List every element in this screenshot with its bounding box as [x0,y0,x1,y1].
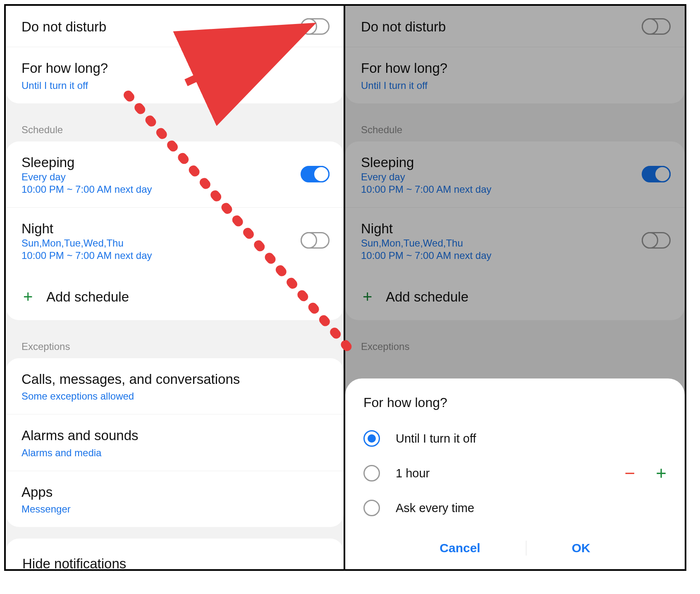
exception-alarms[interactable]: Alarms and sounds Alarms and media [6,414,344,470]
option-label: Ask every time [396,501,474,515]
schedule-toggle-sleeping[interactable] [642,166,671,182]
add-schedule-label: Add schedule [46,289,129,305]
duration-title: For how long? [361,60,669,77]
dnd-toggle[interactable] [642,18,671,35]
schedule-item-time: 10:00 PM ~ 7:00 AM next day [22,183,328,196]
dialog-option-until-off[interactable]: Until I turn it off [363,421,667,456]
radio-icon[interactable] [363,430,380,447]
dnd-toggle-row[interactable]: Do not disturb [6,6,344,47]
exception-apps[interactable]: Apps Messenger [6,471,344,527]
schedule-item-night[interactable]: Night Sun,Mon,Tue,Wed,Thu 10:00 PM ~ 7:0… [6,207,344,273]
schedule-item-time: 10:00 PM ~ 7:00 AM next day [361,183,669,196]
schedule-item-days: Every day [22,171,328,183]
hide-notifications-row[interactable]: Hide notifications [6,539,344,569]
schedule-item-days: Sun,Mon,Tue,Wed,Thu [361,237,669,249]
minus-icon[interactable]: − [625,463,635,484]
schedule-item-sleeping[interactable]: Sleeping Every day 10:00 PM ~ 7:00 AM ne… [345,141,685,207]
exceptions-section-label: Exceptions [345,332,685,358]
schedule-toggle-night[interactable] [301,232,330,249]
dnd-title: Do not disturb [22,18,328,35]
dialog-title: For how long? [363,395,667,410]
exceptions-section-label: Exceptions [6,332,344,358]
plus-icon: + [363,287,386,306]
schedule-item-days: Every day [361,171,669,183]
dialog-option-1-hour[interactable]: 1 hour − + [363,456,667,491]
duration-value: Until I turn it off [361,79,669,92]
cancel-button[interactable]: Cancel [411,534,509,562]
dnd-card: Do not disturb For how long? Until I tur… [6,6,344,103]
add-schedule-label: Add schedule [386,289,468,305]
plus-icon: + [23,287,46,306]
schedule-item-title: Night [361,220,669,237]
schedule-item-sleeping[interactable]: Sleeping Every day 10:00 PM ~ 7:00 AM ne… [6,141,344,207]
exception-sub: Some exceptions allowed [22,390,328,402]
exceptions-card: Calls, messages, and conversations Some … [6,358,344,527]
exception-title: Alarms and sounds [22,427,328,444]
schedule-card: Sleeping Every day 10:00 PM ~ 7:00 AM ne… [345,141,685,321]
radio-icon[interactable] [363,465,380,481]
duration-value: Until I turn it off [22,79,328,92]
right-pane: Do not disturb For how long? Until I tur… [345,6,685,569]
duration-dialog: For how long? Until I turn it off 1 hour… [345,378,685,569]
exception-title: Calls, messages, and conversations [22,371,328,388]
hide-notifications-title: Hide notifications [22,555,327,569]
exception-sub: Messenger [22,503,328,515]
dnd-card: Do not disturb For how long? Until I tur… [345,6,685,103]
dialog-actions: Cancel OK [363,534,667,562]
option-label: Until I turn it off [396,432,476,446]
option-label: 1 hour [396,467,430,480]
schedule-toggle-sleeping[interactable] [301,166,330,182]
exception-calls[interactable]: Calls, messages, and conversations Some … [6,358,344,414]
dnd-toggle[interactable] [301,18,330,35]
dnd-toggle-row[interactable]: Do not disturb [345,6,685,47]
schedule-item-night[interactable]: Night Sun,Mon,Tue,Wed,Thu 10:00 PM ~ 7:0… [345,207,685,273]
duration-row[interactable]: For how long? Until I turn it off [345,47,685,103]
exception-sub: Alarms and media [22,447,328,459]
schedule-item-time: 10:00 PM ~ 7:00 AM next day [361,249,669,262]
plus-icon[interactable]: + [656,463,667,484]
left-pane: Do not disturb For how long? Until I tur… [6,6,345,569]
schedule-item-time: 10:00 PM ~ 7:00 AM next day [22,249,328,262]
action-separator [526,541,526,556]
dialog-option-ask[interactable]: Ask every time [363,491,667,525]
schedule-section-label: Schedule [6,115,344,141]
schedule-toggle-night[interactable] [642,232,671,249]
schedule-item-days: Sun,Mon,Tue,Wed,Thu [22,237,328,249]
dnd-title: Do not disturb [361,18,669,35]
radio-icon[interactable] [363,500,380,516]
schedule-item-title: Sleeping [361,154,669,171]
duration-row[interactable]: For how long? Until I turn it off [6,47,344,103]
schedule-item-title: Night [22,220,328,237]
schedule-card: Sleeping Every day 10:00 PM ~ 7:00 AM ne… [6,141,344,321]
add-schedule-row[interactable]: + Add schedule [345,273,685,320]
add-schedule-row[interactable]: + Add schedule [6,273,344,320]
ok-button[interactable]: OK [543,534,619,562]
duration-title: For how long? [22,60,328,77]
schedule-item-title: Sleeping [22,154,328,171]
exception-title: Apps [22,484,328,501]
schedule-section-label: Schedule [345,115,685,141]
duration-stepper: − + [625,463,667,484]
